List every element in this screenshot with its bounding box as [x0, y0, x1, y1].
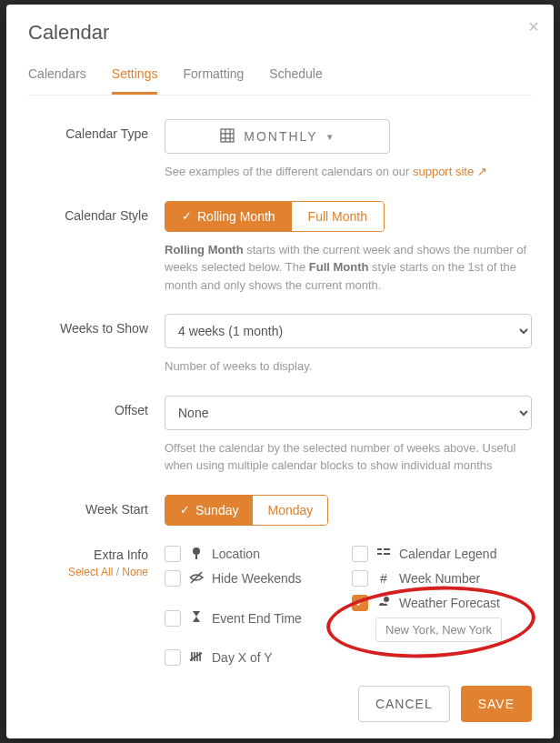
calendar-settings-modal: × Calendar Calendars Settings Formatting…: [6, 5, 554, 738]
offset-help: Offset the calendar by the selected numb…: [165, 439, 532, 475]
eye-off-icon: [188, 570, 205, 587]
tab-settings[interactable]: Settings: [112, 57, 158, 95]
cancel-button[interactable]: CANCEL: [358, 686, 450, 722]
legend-icon: [375, 546, 392, 563]
hourglass-icon: [188, 609, 205, 627]
check-icon: ✓: [182, 209, 192, 223]
calendar-type-help: See examples of the different calendars …: [165, 163, 532, 181]
label-week-start: Week Start: [28, 495, 165, 526]
modal-footer: CANCEL SAVE: [358, 686, 532, 722]
check-icon: ✓: [180, 503, 190, 517]
style-rolling-month[interactable]: ✓ Rolling Month: [165, 202, 292, 231]
style-full-month[interactable]: Full Month: [292, 202, 384, 231]
save-button[interactable]: SAVE: [461, 686, 532, 722]
pin-icon: [188, 546, 205, 563]
calendar-style-help: Rolling Month starts with the current we…: [165, 241, 532, 295]
svg-point-5: [193, 547, 200, 555]
svg-rect-9: [384, 553, 390, 555]
checkbox-calendar-legend[interactable]: Calendar Legend: [352, 546, 532, 563]
week-start-sunday[interactable]: ✓ Sunday: [165, 496, 253, 525]
svg-line-10: [191, 572, 202, 583]
tab-formatting[interactable]: Formatting: [183, 57, 244, 95]
checkbox-week-number[interactable]: # Week Number: [352, 570, 532, 587]
checkbox-box: [165, 649, 181, 666]
svg-rect-0: [221, 129, 234, 142]
hash-icon: #: [375, 571, 392, 586]
week-start-monday[interactable]: Monday: [253, 496, 327, 525]
checkbox-box: [352, 546, 368, 562]
checkbox-event-end-time[interactable]: Event End Time: [165, 595, 345, 642]
week-start-segmented: ✓ Sunday Monday: [165, 495, 328, 526]
svg-point-11: [384, 597, 389, 602]
checkbox-day-x-of-y[interactable]: Day X of Y: [165, 649, 345, 667]
checkbox-box: ✓: [352, 595, 368, 611]
extra-select-links: Select All / None: [28, 566, 148, 578]
label-calendar-style: Calendar Style: [28, 201, 165, 295]
label-offset: Offset: [28, 396, 165, 475]
checkbox-box: [352, 570, 368, 587]
select-all-link[interactable]: Select All: [68, 566, 113, 578]
caret-down-icon: ▾: [327, 131, 335, 143]
support-site-link[interactable]: support site ↗: [413, 165, 487, 178]
tab-schedule[interactable]: Schedule: [269, 57, 322, 95]
label-calendar-type: Calendar Type: [28, 119, 165, 181]
svg-rect-6: [377, 548, 382, 550]
label-weeks-to-show: Weeks to Show: [28, 314, 165, 376]
weeks-to-show-select[interactable]: 4 weeks (1 month): [165, 314, 532, 348]
tab-calendars[interactable]: Calendars: [28, 57, 86, 95]
calendar-type-value: MONTHLY: [244, 129, 317, 144]
label-extra-info: Extra Info: [28, 547, 148, 562]
calendar-type-select[interactable]: MONTHLY ▾: [165, 119, 390, 154]
offset-select[interactable]: None: [165, 396, 532, 430]
calendar-style-segmented: ✓ Rolling Month Full Month: [165, 201, 385, 232]
weeks-help: Number of weeks to display.: [165, 357, 532, 376]
svg-rect-8: [377, 553, 382, 555]
svg-rect-7: [384, 548, 390, 550]
modal-title: Calendar: [28, 21, 532, 45]
weather-city-input[interactable]: New York, New York: [375, 617, 502, 642]
calendar-grid-icon: [220, 128, 235, 146]
close-icon[interactable]: ×: [528, 17, 539, 35]
checkbox-box: [165, 610, 181, 627]
tabs: Calendars Settings Formatting Schedule: [28, 57, 532, 95]
checkbox-box: [165, 546, 181, 562]
tally-icon: [188, 649, 205, 667]
checkbox-location[interactable]: Location: [165, 546, 345, 563]
checkbox-box: [165, 570, 181, 587]
select-none-link[interactable]: None: [122, 566, 148, 578]
cloud-sun-icon: [375, 595, 392, 612]
checkbox-hide-weekends[interactable]: Hide Weekends: [165, 570, 345, 587]
checkbox-weather-forecast[interactable]: ✓ Weather Forecast: [352, 595, 532, 612]
external-link-icon: ↗: [477, 165, 487, 178]
